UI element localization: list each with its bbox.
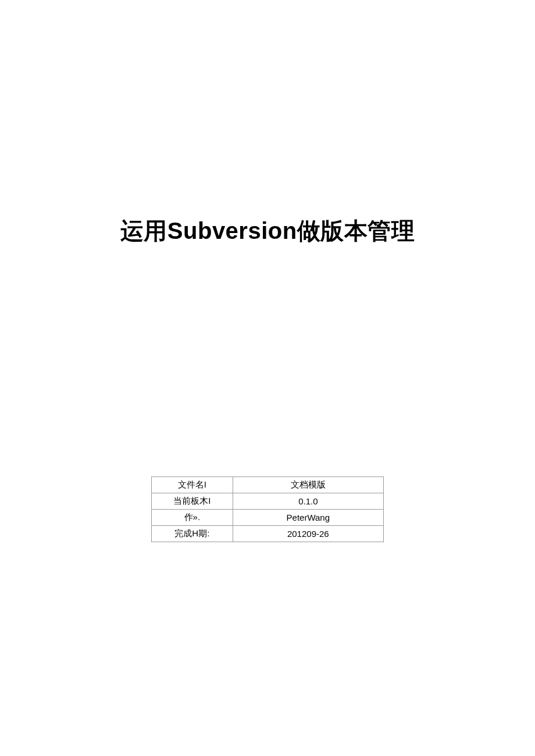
document-page: 运用Subversion做版本管理 文件名I 文档模版 当前板木I 0.1.0 … (0, 0, 535, 756)
table-row: 当前板木I 0.1.0 (152, 493, 384, 510)
info-label: 完成H期: (152, 526, 233, 542)
info-value: PeterWang (233, 510, 383, 526)
title-prefix: 运用 (120, 218, 167, 243)
info-label: 当前板木I (152, 493, 233, 510)
page-title: 运用Subversion做版本管理 (0, 215, 535, 247)
info-table: 文件名I 文档模版 当前板木I 0.1.0 作». PeterWang 完成H期… (151, 476, 384, 542)
info-value: 201209-26 (233, 526, 383, 542)
info-label: 文件名I (152, 477, 233, 493)
table-row: 文件名I 文档模版 (152, 477, 384, 493)
info-label: 作». (152, 510, 233, 526)
title-latin: Subversion (167, 218, 297, 243)
table-row: 完成H期: 201209-26 (152, 526, 384, 542)
table-row: 作». PeterWang (152, 510, 384, 526)
info-value: 0.1.0 (233, 493, 383, 510)
info-value: 文档模版 (233, 477, 383, 493)
title-suffix: 做版本管理 (297, 218, 415, 243)
